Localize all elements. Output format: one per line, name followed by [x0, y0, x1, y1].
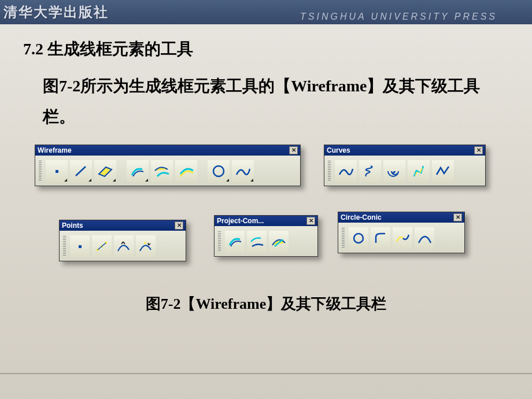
grip-handle[interactable]: [63, 236, 66, 257]
flyout-indicator-icon: [250, 179, 253, 182]
toolbar-wireframe-title: Wireframe: [38, 146, 72, 154]
conic-icon[interactable]: [415, 227, 434, 249]
svg-line-1: [76, 167, 86, 176]
extremum-polar-icon[interactable]: [136, 235, 156, 257]
toolbar-circle-title: Circle-Conic: [341, 213, 382, 221]
section-heading: 7.2 生成线框元素的工具: [23, 38, 509, 60]
svg-marker-2: [99, 167, 112, 176]
project-icon[interactable]: [127, 160, 149, 182]
svg-point-9: [354, 234, 363, 243]
toolbar-project-combine: Project-Com... ✕: [214, 215, 318, 257]
spine-icon[interactable]: [408, 160, 430, 182]
toolbar-points-titlebar[interactable]: Points ✕: [60, 220, 186, 231]
circle-icon[interactable]: [349, 227, 368, 249]
toolbar-project-titlebar[interactable]: Project-Com... ✕: [215, 216, 317, 226]
close-icon[interactable]: ✕: [175, 221, 183, 230]
connect-curve-icon[interactable]: [393, 227, 412, 249]
flyout-indicator-icon: [113, 179, 116, 182]
extremum-icon[interactable]: [114, 235, 134, 257]
close-icon[interactable]: ✕: [453, 213, 462, 221]
intersect-icon[interactable]: [151, 160, 173, 182]
grip-handle[interactable]: [328, 161, 331, 182]
flyout-indicator-icon: [64, 179, 67, 182]
close-icon[interactable]: ✕: [474, 146, 483, 154]
line-icon[interactable]: [70, 160, 92, 182]
slide-header: 清华大学出版社 TSINGHUA UNIVERSITY PRESS: [0, 0, 532, 24]
footer-divider: [0, 373, 532, 375]
close-icon[interactable]: ✕: [289, 146, 298, 154]
flyout-indicator-icon: [226, 179, 229, 182]
toolbar-circle-body: [338, 223, 464, 253]
toolbar-wireframe-body: [35, 156, 300, 186]
toolbar-project-title: Project-Com...: [217, 217, 264, 225]
close-icon[interactable]: ✕: [306, 217, 315, 225]
plane-icon[interactable]: [94, 160, 116, 182]
toolbar-points: Points ✕: [59, 220, 186, 261]
parallel-curve-icon[interactable]: [175, 160, 197, 182]
toolbar-wireframe: Wireframe ✕: [35, 145, 301, 186]
toolbar-points-body: [60, 231, 186, 261]
section-number: 7.2: [23, 40, 43, 58]
body-paragraph: 图7-2所示为生成线框元素工具的【Wireframe】及其下级工具栏。: [43, 71, 503, 132]
spline-icon[interactable]: [232, 160, 254, 182]
slide-content: 7.2 生成线框元素的工具 图7-2所示为生成线框元素工具的【Wireframe…: [0, 24, 532, 314]
flyout-indicator-icon: [145, 179, 148, 182]
project-icon[interactable]: [225, 231, 245, 253]
grip-handle[interactable]: [218, 231, 221, 252]
svg-rect-4: [79, 245, 82, 248]
toolbar-circle-conic: Circle-Conic ✕: [338, 212, 465, 253]
point-icon[interactable]: [70, 235, 90, 257]
svg-rect-0: [56, 170, 58, 173]
toolbar-curves-body: [324, 156, 485, 186]
figure-caption: 图7-2【Wireframe】及其下级工具栏: [23, 294, 509, 314]
toolbar-circle-titlebar[interactable]: Circle-Conic ✕: [338, 212, 464, 223]
points-repetition-icon[interactable]: [92, 235, 112, 257]
corner-icon[interactable]: [371, 227, 390, 249]
flyout-indicator-icon: [88, 179, 91, 182]
toolbar-curves-titlebar[interactable]: Curves ✕: [324, 145, 485, 156]
reflect-line-icon[interactable]: [269, 231, 289, 253]
circle-icon[interactable]: [208, 160, 230, 182]
section-title-text: 生成线框元素的工具: [47, 40, 193, 58]
toolbar-points-title: Points: [62, 221, 83, 230]
helix-icon[interactable]: [359, 160, 381, 182]
figure-area: Wireframe ✕: [35, 145, 509, 289]
toolbar-wireframe-titlebar[interactable]: Wireframe ✕: [35, 145, 300, 156]
grip-handle[interactable]: [342, 228, 345, 249]
toolbar-curves-title: Curves: [327, 146, 350, 154]
publisher-name-en: TSINGHUA UNIVERSITY PRESS: [300, 12, 497, 22]
point-icon[interactable]: [46, 160, 68, 182]
publisher-name-cn: 清华大学出版社: [3, 3, 109, 21]
spline-icon[interactable]: [335, 160, 357, 182]
grip-handle[interactable]: [39, 161, 42, 182]
polyline-icon[interactable]: [432, 160, 454, 182]
toolbar-curves: Curves ✕: [324, 145, 486, 186]
combine-icon[interactable]: [247, 231, 267, 253]
svg-point-3: [213, 166, 224, 176]
spiral-icon[interactable]: [383, 160, 405, 182]
toolbar-project-body: [215, 226, 317, 256]
svg-point-8: [144, 242, 146, 244]
